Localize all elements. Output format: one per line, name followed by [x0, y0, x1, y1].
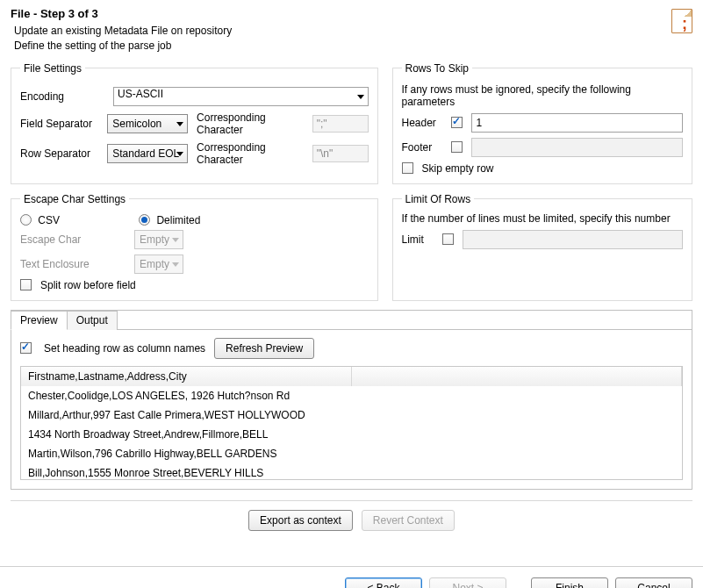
chevron-down-icon [176, 152, 183, 156]
text-enclosure-select: Empty [134, 255, 183, 274]
page-subtitle-2: Define the setting of the parse job [14, 39, 692, 54]
header-value-input[interactable]: 1 [471, 113, 684, 133]
heading-row-label: Set heading row as column names [44, 342, 205, 355]
page-subtitle-1: Update an existing Metadata File on repo… [14, 24, 692, 39]
limit-checkbox[interactable] [442, 233, 454, 245]
escape-char-select: Empty [134, 230, 183, 249]
split-row-label: Split row before field [40, 279, 136, 291]
field-separator-value: Semicolon [112, 118, 161, 130]
field-corresponding-value: ";" [312, 115, 369, 133]
csv-text: CSV [38, 214, 60, 226]
field-separator-select[interactable]: Semicolon [107, 114, 188, 133]
table-row: Martin,Wilson,796 Cabrillo Highway,BELL … [21, 444, 682, 463]
limit-value-input [463, 230, 684, 249]
csv-radio-label[interactable]: CSV [20, 214, 60, 226]
encoding-select[interactable]: US-ASCII [113, 87, 369, 106]
rows-to-skip-legend: Rows To Skip [402, 62, 472, 75]
limit-legend: Limit Of Rows [402, 193, 475, 205]
delimited-radio[interactable] [139, 214, 150, 226]
delimited-text: Delimited [156, 214, 200, 226]
footer-value-input [471, 138, 684, 157]
table-row: 1434 North Broadway Street,Andrew,Fillmo… [21, 425, 682, 444]
split-row-checkbox[interactable] [20, 279, 32, 290]
row-separator-value: Standard EOL [112, 147, 179, 160]
rows-to-skip-note: If any rows must be ignored, specify the… [402, 83, 684, 108]
chevron-down-icon [357, 95, 364, 99]
revert-context-button: Revert Context [362, 510, 455, 531]
row-corresponding-label: Corresponding Character [197, 141, 307, 166]
text-enclosure-label: Text Enclosure [20, 258, 134, 270]
table-row: Chester,Coolidge,LOS ANGELES, 1926 Hutch… [21, 386, 682, 405]
escape-char-label: Escape Char [20, 233, 134, 246]
field-corresponding-label: Corresponding Character [197, 111, 307, 136]
encoding-value: US-ASCII [118, 88, 163, 100]
row-corresponding-value: "\n" [312, 145, 369, 162]
row-separator-select[interactable]: Standard EOL [107, 144, 188, 163]
preview-column-header: Firstname,Lastname,Address,City [21, 367, 352, 386]
limit-label: Limit [402, 233, 437, 246]
header-checkbox[interactable] [451, 117, 463, 128]
next-button: Next > [429, 577, 506, 588]
escape-legend: Escape Char Settings [20, 193, 129, 205]
table-row: Bill,Johnson,1555 Monroe Street,BEVERLY … [21, 463, 682, 480]
row-separator-label: Row Separator [20, 147, 102, 160]
back-button[interactable]: < Back [345, 577, 422, 588]
skip-empty-checkbox[interactable] [402, 162, 413, 174]
export-context-button[interactable]: Export as context [248, 510, 353, 531]
heading-row-checkbox[interactable] [20, 342, 32, 354]
tab-output[interactable]: Output [67, 311, 118, 330]
csv-radio[interactable] [20, 214, 32, 226]
page-title: File - Step 3 of 3 [11, 7, 692, 20]
chevron-down-icon [172, 238, 179, 242]
chevron-down-icon [176, 122, 183, 126]
file-settings-legend: File Settings [20, 62, 85, 75]
limit-note: If the number of lines must be limited, … [402, 212, 684, 225]
encoding-label: Encoding [20, 90, 108, 103]
table-row: Millard,Arthur,997 East Calle Primera,WE… [21, 405, 682, 425]
refresh-preview-button[interactable]: Refresh Preview [214, 338, 314, 359]
preview-table: Firstname,Lastname,Address,City Chester,… [20, 366, 683, 480]
file-icon: ; [671, 9, 692, 33]
finish-button[interactable]: Finish [531, 577, 608, 588]
footer-checkbox[interactable] [451, 141, 463, 153]
footer-label: Footer [402, 141, 446, 154]
chevron-down-icon [172, 262, 179, 267]
field-separator-label: Field Separator [20, 118, 102, 130]
escape-char-value: Empty [140, 233, 169, 246]
header-value: 1 [477, 117, 483, 129]
cancel-button[interactable]: Cancel [615, 577, 692, 588]
delimited-radio-label[interactable]: Delimited [139, 214, 200, 226]
skip-empty-label: Skip empty row [422, 162, 494, 175]
header-label: Header [402, 117, 446, 129]
tab-preview[interactable]: Preview [11, 311, 68, 330]
text-enclosure-value: Empty [140, 258, 169, 270]
preview-column-blank [352, 367, 683, 386]
